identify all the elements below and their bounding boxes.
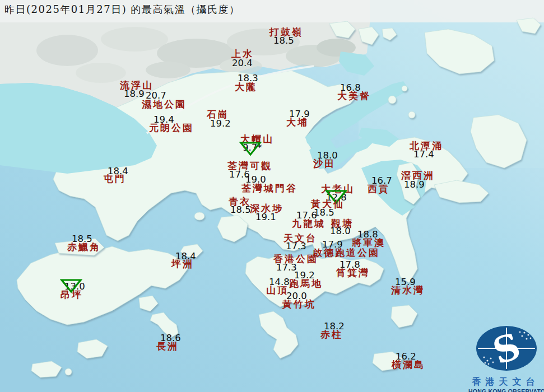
- stations-layer: 打鼓嶺18.5上水20.4大隴18.3大美督16.8流浮山18.9濕地公園20.…: [0, 0, 544, 392]
- station-value: 19.2: [210, 119, 231, 129]
- station-value: 18.4: [108, 167, 128, 176]
- station-value: 18.9: [404, 180, 425, 190]
- station-value: 18.5: [273, 36, 294, 46]
- station-value: 18.2: [324, 322, 345, 332]
- station-value: 18.0: [330, 227, 351, 236]
- station-name: 荃灣城門谷: [241, 184, 297, 193]
- station-value: 18.0: [317, 151, 338, 161]
- station-value: 16.2: [396, 352, 416, 362]
- weather-map: 昨日(2025年01月27日) 的最高氣溫（攝氏度） 打鼓嶺18.5上水20.4…: [0, 0, 544, 392]
- station-value: 19.0: [245, 175, 266, 185]
- station-value: 18.5: [72, 235, 92, 244]
- station-value: 17.3: [286, 242, 306, 251]
- station-value: 19.4: [154, 115, 174, 125]
- station-value: 18.9: [124, 90, 145, 99]
- station-value: 17.6: [296, 211, 317, 221]
- station-value: 18.3: [238, 74, 258, 83]
- station-name: 濕地公園: [142, 100, 187, 109]
- station-value: 20.4: [232, 59, 253, 68]
- station-value: 19.1: [255, 213, 276, 222]
- station-value: 18.6: [160, 334, 181, 343]
- station-value: 18.5: [230, 206, 251, 215]
- station-value: 13.0: [64, 282, 85, 292]
- station-value: 17.9: [289, 110, 310, 119]
- station-value: 18.4: [175, 252, 196, 262]
- station-value: 9.7*: [243, 143, 262, 153]
- logo-name-en: HONG KONG OBSERVATORY: [468, 388, 543, 392]
- station-value: 16.7: [371, 176, 392, 186]
- station-value: 17.9: [322, 240, 343, 250]
- hko-logo-icon: S: [468, 324, 543, 373]
- logo-name-cn: 香港天文台: [468, 376, 543, 388]
- station-value: 17.8: [340, 260, 360, 270]
- station-name: 大隴: [235, 82, 257, 92]
- station-value: 14.8: [269, 278, 290, 287]
- station-value: 16.8: [340, 83, 361, 93]
- station-value: 17.4: [413, 150, 434, 160]
- station-value: 20.0: [286, 292, 307, 301]
- station-value: 20.7: [146, 91, 166, 101]
- station-value: 19.2: [294, 271, 315, 281]
- station-value: 18.8: [357, 230, 378, 240]
- hko-logo: S 香港天文台 HONG KONG OBSERVATORY: [468, 324, 543, 392]
- station-value: 15.9: [395, 278, 416, 287]
